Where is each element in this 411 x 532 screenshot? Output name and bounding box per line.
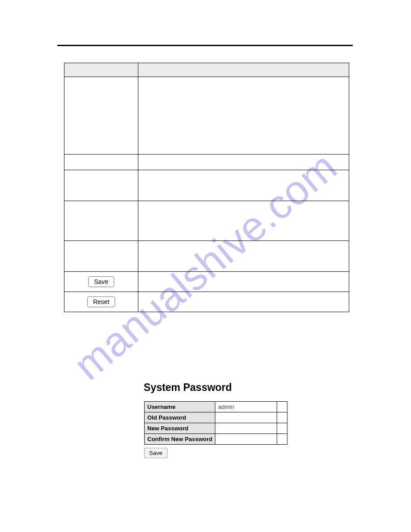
- pw-row-end: [277, 412, 287, 423]
- password-heading: System Password: [144, 382, 232, 394]
- config-header-1: [64, 63, 138, 77]
- pw-username-field[interactable]: admin: [215, 402, 277, 412]
- pw-username-label: Username: [145, 402, 215, 412]
- password-table: Username admin Old Password New Password…: [144, 401, 287, 445]
- config-row-save: Save: [64, 272, 349, 292]
- config-reset-cell: Reset: [64, 292, 138, 312]
- pw-row-username: Username admin: [145, 402, 287, 412]
- save-button[interactable]: Save: [88, 276, 114, 287]
- pw-new-field[interactable]: [215, 423, 277, 434]
- header-rule: [57, 45, 353, 46]
- config-row-3: [64, 170, 349, 201]
- pw-confirm-field[interactable]: [215, 434, 277, 445]
- config-r5-c2: [138, 241, 349, 272]
- config-row-reset: Reset: [64, 292, 349, 312]
- config-r3-c1: [64, 170, 138, 201]
- config-r6-c2: [138, 272, 349, 292]
- pw-new-label: New Password: [145, 423, 215, 434]
- config-save-cell: Save: [64, 272, 138, 292]
- config-r2-c1: [64, 154, 138, 170]
- config-r1-c1: [64, 77, 138, 154]
- config-r1-c2: [138, 77, 349, 154]
- pw-row-end: [277, 423, 287, 434]
- config-row-1: [64, 77, 349, 154]
- pw-row-confirm: Confirm New Password: [145, 434, 287, 445]
- config-row-2: [64, 154, 349, 170]
- pw-row-old: Old Password: [145, 412, 287, 423]
- config-r5-c1: [64, 241, 138, 272]
- reset-button[interactable]: Reset: [87, 296, 116, 307]
- config-r4-c1: [64, 201, 138, 241]
- pw-row-end: [277, 434, 287, 445]
- config-r2-c2: [138, 154, 349, 170]
- config-row-5: [64, 241, 349, 272]
- pw-save-button[interactable]: Save: [144, 448, 167, 458]
- pw-old-label: Old Password: [145, 412, 215, 423]
- pw-row-new: New Password: [145, 423, 287, 434]
- config-header-2: [138, 63, 349, 77]
- pw-old-field[interactable]: [215, 412, 277, 423]
- config-r4-c2: [138, 201, 349, 241]
- config-r7-c2: [138, 292, 349, 312]
- config-row-4: [64, 201, 349, 241]
- pw-row-end: [277, 402, 287, 412]
- config-r3-c2: [138, 170, 349, 201]
- config-table: Save Reset: [64, 63, 349, 312]
- pw-confirm-label: Confirm New Password: [145, 434, 215, 445]
